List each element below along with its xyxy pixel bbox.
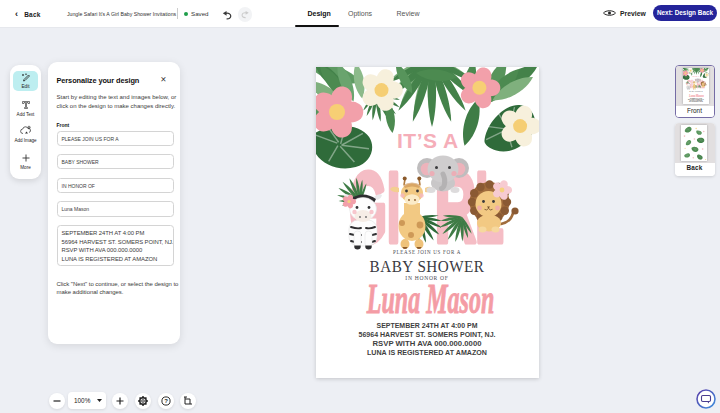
svg-text:?: ? [164, 398, 168, 404]
